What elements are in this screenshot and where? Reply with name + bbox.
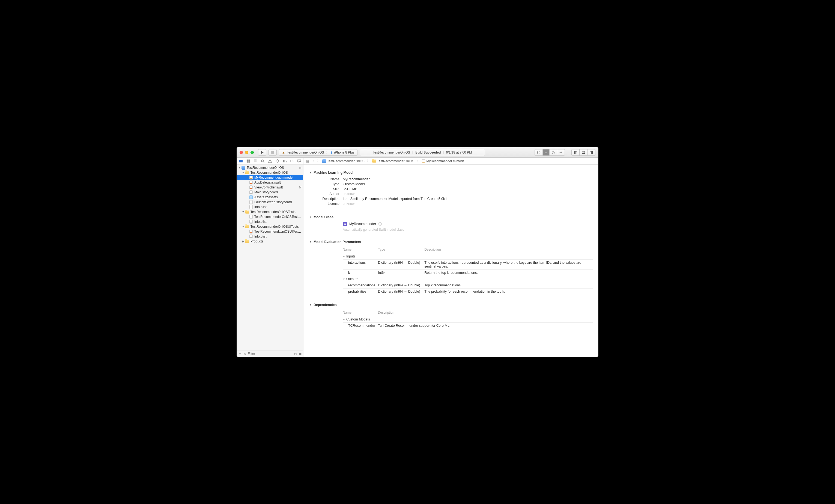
play-icon (261, 151, 264, 154)
tree-file[interactable]: Assets.xcassets (237, 195, 303, 200)
disclosure-icon[interactable]: ▼ (309, 171, 312, 174)
crumb-group[interactable]: TestRecommenderOniOS (372, 159, 414, 163)
table-row[interactable]: interactionsDictionary (Int64 → Double)T… (343, 260, 593, 270)
table-row[interactable]: recommendationsDictionary (Int64 → Doubl… (343, 282, 593, 289)
svg-rect-0 (271, 151, 274, 154)
hierarchy-icon (253, 159, 257, 163)
disclosure-icon[interactable]: ▼ (309, 240, 312, 243)
tree-file[interactable]: Main.storyboard (237, 190, 303, 195)
model-class-link[interactable]: MyRecommender (349, 222, 376, 226)
class-hint: Automatically generated Swift model clas… (343, 228, 593, 232)
back-button[interactable]: 〈 (311, 159, 314, 163)
jump-bar[interactable]: ▦ 〈 〉 TestRecommenderOniOS 〉 TestRecomme… (303, 158, 468, 165)
tree-file[interactable]: TestRecommend…niOSUITests.swift (237, 229, 303, 234)
svg-rect-8 (286, 161, 286, 163)
warning-icon (268, 159, 272, 163)
crumb-project[interactable]: TestRecommenderOniOS (322, 159, 365, 163)
scheme-selector[interactable]: ▲ TestRecommenderOniOS 〉 ▮ iPhone 8 Plus (279, 149, 358, 156)
navigator-tabs (237, 158, 303, 165)
forward-button[interactable]: 〉 (317, 159, 320, 163)
secondary-toolbar: ▦ 〈 〉 TestRecommenderOniOS 〉 TestRecomme… (237, 158, 598, 165)
section-eval-params: ▼Model Evaluation Parameters NameTypeDes… (309, 236, 593, 299)
table-row[interactable]: kInt64Return the top k recommendations. (343, 270, 593, 276)
file-icon (249, 181, 253, 184)
window-controls (240, 151, 254, 154)
braces-icon: { } (537, 150, 540, 154)
svg-rect-2 (248, 160, 250, 161)
folder-icon (239, 159, 243, 163)
navigator-filter-bar: ＋ ⊜ ◷ ▣ (237, 350, 303, 357)
disclosure-icon[interactable]: ▼ (309, 303, 312, 306)
table-row[interactable]: TCRecommenderTuri Create Recommender sup… (343, 323, 593, 329)
jump-to-class-icon[interactable]: → (379, 222, 382, 226)
class-badge-icon: C (343, 222, 347, 226)
tree-file[interactable]: ViewController.swiftM (237, 185, 303, 190)
folder-icon (245, 211, 249, 213)
deps-table: NameDescription ▼Custom Models TCRecomme… (343, 310, 593, 329)
tree-file[interactable]: TestRecommenderOniOSTests.swift (237, 214, 303, 219)
file-icon (249, 176, 253, 180)
issue-navigator-tab[interactable] (266, 159, 274, 163)
code-snippet-button[interactable]: { } (534, 149, 543, 156)
version-editor-button[interactable]: ↩ (557, 149, 565, 156)
tree-group[interactable]: ▼ TestRecommenderOniOSTests (237, 209, 303, 214)
toggle-right-panel[interactable]: ◨ (587, 149, 595, 156)
folder-icon (245, 171, 249, 174)
tree-project-root[interactable]: ▼ TestRecommenderOniOSM (237, 165, 303, 170)
file-icon (249, 205, 253, 209)
tree-file[interactable]: MyRecommender.mlmodel (237, 175, 303, 180)
symbol-navigator-tab[interactable] (252, 159, 259, 163)
arrows-icon: ↩ (559, 150, 563, 154)
model-name: MyRecommender (343, 177, 370, 181)
related-items-icon[interactable]: ▦ (306, 159, 309, 163)
table-row[interactable]: probabilitiesDictionary (Int64 → Double)… (343, 289, 593, 295)
find-navigator-tab[interactable] (259, 159, 266, 163)
tree-file[interactable]: LaunchScreen.storyboard (237, 200, 303, 205)
file-icon (249, 234, 253, 238)
assets-icon (249, 195, 253, 199)
tree-file[interactable]: Info.plist (237, 219, 303, 224)
file-icon (249, 215, 253, 219)
filter-input[interactable] (248, 352, 292, 356)
file-icon (249, 200, 253, 204)
tree-group-products[interactable]: ▶ Products (237, 239, 303, 244)
breakpoint-navigator-tab[interactable] (288, 159, 296, 163)
editor-mode-group: { } ≡ ◎ ↩ (534, 149, 565, 156)
scm-filter-icon[interactable]: ▣ (299, 352, 302, 356)
model-type: Custom Model (343, 182, 365, 186)
tree-file[interactable]: Info.plist (237, 234, 303, 239)
file-tree[interactable]: ▼ TestRecommenderOniOSM ▼ TestRecommende… (237, 165, 303, 350)
crumb-file[interactable]: MyRecommender.mlmodel (422, 159, 465, 163)
svg-rect-7 (284, 160, 285, 162)
run-button[interactable] (258, 149, 266, 156)
recent-filter-icon[interactable]: ◷ (294, 352, 297, 356)
toggle-left-panel[interactable]: ◧ (571, 149, 579, 156)
tree-file[interactable]: Info.plist (237, 205, 303, 209)
zoom-window-button[interactable] (250, 151, 254, 154)
debug-navigator-tab[interactable] (281, 159, 288, 163)
toggle-bottom-panel[interactable]: ⬓ (579, 149, 587, 156)
assistant-editor-button[interactable]: ◎ (549, 149, 557, 156)
breakpoint-icon (290, 159, 294, 163)
stop-button[interactable] (268, 149, 277, 156)
speech-icon (297, 159, 301, 163)
report-navigator-tab[interactable] (296, 159, 303, 163)
xcode-window: ▲ TestRecommenderOniOS 〉 ▮ iPhone 8 Plus… (237, 147, 598, 357)
grid-icon (246, 159, 250, 163)
tree-file[interactable]: AppDelegate.swift (237, 180, 303, 185)
source-control-navigator-tab[interactable] (244, 159, 252, 163)
close-window-button[interactable] (240, 151, 243, 154)
tree-group[interactable]: ▼ TestRecommenderOniOSUITests (237, 224, 303, 229)
standard-editor-button[interactable]: ≡ (543, 149, 549, 156)
mlmodel-icon (422, 159, 425, 163)
scheme-device: iPhone 8 Plus (334, 150, 354, 154)
model-size: 351.2 MB (343, 187, 358, 191)
tree-group[interactable]: ▼ TestRecommenderOniOS (237, 170, 303, 175)
test-navigator-tab[interactable] (274, 159, 281, 163)
disclosure-icon[interactable]: ▼ (309, 216, 312, 218)
gauge-icon (283, 159, 287, 163)
minimize-window-button[interactable] (245, 151, 248, 154)
add-button[interactable]: ＋ (239, 351, 242, 356)
project-navigator-tab[interactable] (237, 159, 244, 163)
mlmodel-editor: ▼Machine Learning Model NameMyRecommende… (303, 165, 598, 357)
